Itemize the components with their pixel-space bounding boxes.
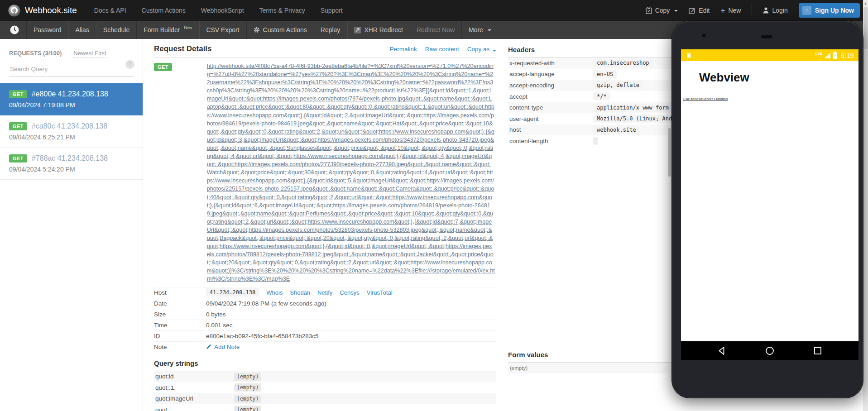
size-row: Size 0 bytes: [154, 309, 496, 320]
top-navbar: Webhook.site Docs & API Custom Actions W…: [0, 0, 868, 21]
nav-link-support[interactable]: Support: [321, 7, 343, 14]
xhr-redirect-button[interactable]: XHR Redirect: [347, 21, 410, 39]
add-note-button[interactable]: Add Note: [206, 344, 240, 350]
search-help-icon[interactable]: ?: [125, 60, 134, 69]
nav-link-webhookscript[interactable]: WebhookScript: [201, 7, 244, 14]
nav-link-terms-privacy[interactable]: Terms & Privacy: [259, 7, 305, 14]
copy-as-menu[interactable]: Copy as: [467, 46, 496, 53]
csv-export-button[interactable]: CSV Export: [199, 21, 246, 39]
user-icon: [763, 7, 769, 14]
netify-link[interactable]: Netify: [317, 289, 332, 296]
brand-link[interactable]: Webhook.site: [8, 5, 77, 17]
browser-scrollbar-thumb[interactable]: [863, 7, 868, 49]
copy-menu-label: Copy: [655, 7, 670, 14]
date-value: 09/04/2024 7:19:08 PM (a few seconds ago…: [206, 300, 326, 307]
header-value: webhook.site: [593, 126, 640, 134]
header-value: Mozilla/5.0 (Linux; Andr: [593, 115, 679, 123]
login-button[interactable]: Login: [763, 7, 787, 14]
header-value-empty: [593, 137, 598, 145]
earpiece-speaker: [761, 35, 772, 38]
signal-strength-icon: [825, 53, 830, 58]
request-date: 09/04/2024 7:19:08 PM: [9, 101, 134, 109]
more-menu-button[interactable]: More: [462, 21, 498, 39]
header-key: accept: [508, 93, 593, 100]
clipboard-icon: [646, 7, 652, 14]
browser-scrollbar[interactable]: ▲: [863, 0, 868, 411]
request-url-link[interactable]: http://webhook.site/4f08c75a-a478-4f6f-9…: [207, 62, 495, 283]
header-value: gzip, deflate: [593, 81, 643, 89]
request-list-item[interactable]: GET #ca80c 41.234.208.138 09/04/2024 6:2…: [0, 115, 143, 148]
query-key: quot;imageUrl: [154, 395, 234, 402]
form-builder-button[interactable]: Form Builder New: [137, 21, 199, 39]
home-button-icon[interactable]: [765, 346, 775, 356]
permalink-link[interactable]: Permalink: [390, 46, 417, 53]
time-value: 0.001 sec: [206, 322, 233, 329]
chevron-down-icon: [488, 29, 491, 31]
custom-actions-button[interactable]: Custom Actions: [247, 21, 314, 39]
send-to-server-link[interactable]: Call sendToServer Function: [683, 97, 728, 101]
search-row: [9, 62, 134, 77]
query-value: (empty): [234, 406, 261, 411]
network-type-label: LTE: [815, 52, 822, 56]
query-value: (empty): [234, 395, 261, 403]
chevron-down-icon: [493, 50, 496, 52]
external-arrow-icon: [354, 27, 361, 33]
host-ip-value: 41.234.208.138: [206, 288, 259, 296]
request-meta-table: Host 41.234.208.138 Whois Shodan Netify …: [154, 287, 496, 352]
more-label: More: [469, 26, 483, 33]
request-url-row: GET http://webhook.site/4f08c75a-a478-4f…: [154, 58, 496, 283]
censys-link[interactable]: Censys: [340, 289, 359, 296]
field-label: ID: [154, 333, 206, 339]
form-builder-label: Form Builder: [144, 26, 180, 33]
sort-toggle[interactable]: Newest First: [73, 50, 106, 58]
password-button[interactable]: Password: [27, 21, 68, 39]
gear-icon: [254, 27, 260, 33]
request-list-item[interactable]: GET #e800e 41.234.208.138 09/04/2024 7:1…: [0, 83, 143, 115]
copy-menu-button[interactable]: Copy: [646, 7, 678, 14]
search-input[interactable]: [9, 65, 112, 73]
nav-link-docs-api[interactable]: Docs & API: [94, 7, 126, 14]
schedule-button[interactable]: Schedule: [96, 21, 136, 39]
alias-button[interactable]: Alias: [68, 21, 96, 39]
timer-button[interactable]: [3, 21, 26, 39]
host-row: Host 41.234.208.138 Whois Shodan Netify …: [154, 287, 496, 298]
statusbar-right-cluster: LTE 6:19: [815, 52, 854, 59]
request-list: GET #e800e 41.234.208.138 09/04/2024 7:1…: [0, 83, 143, 180]
request-actions: Permalink Raw content Copy as: [390, 46, 496, 53]
shodan-link[interactable]: Shodan: [290, 289, 310, 296]
raw-content-link[interactable]: Raw content: [425, 46, 459, 53]
webview-app-title: Webview: [699, 71, 858, 85]
sign-up-now-button[interactable]: ↑ Sign Up Now: [799, 3, 860, 18]
battery-charging-icon: [833, 52, 837, 59]
virustotal-link[interactable]: VirusTotal: [367, 289, 393, 296]
header-key: host: [508, 126, 593, 133]
new-label: New: [728, 7, 741, 14]
redirect-now-button[interactable]: Redirect Now: [410, 21, 461, 39]
size-value: 0 bytes: [206, 311, 226, 318]
xhr-redirect-label: XHR Redirect: [364, 26, 403, 33]
new-url-button[interactable]: + New: [720, 7, 741, 14]
id-row: ID e800e1ac-b092-45fc-bfa4-658473b283c5: [154, 330, 496, 341]
plus-icon: +: [720, 7, 725, 14]
header-key: accept-encoding: [508, 82, 593, 89]
android-robot-icon: [686, 52, 692, 59]
nav-link-custom-actions[interactable]: Custom Actions: [142, 7, 186, 14]
scroll-up-arrow-icon[interactable]: ▲: [863, 0, 868, 6]
whois-link[interactable]: Whois: [266, 289, 283, 296]
recents-button-icon[interactable]: [813, 346, 823, 356]
edit-button[interactable]: Edit: [689, 7, 710, 14]
request-list-item[interactable]: GET #788ac 41.234.208.138 09/04/2024 5:2…: [0, 148, 143, 180]
login-label: Login: [772, 7, 787, 14]
panel-scrollbar-thumb[interactable]: [668, 128, 671, 177]
query-strings-table: quot;id (empty) quot;:1, (empty) quot;im…: [154, 371, 496, 411]
edit-label: Edit: [699, 7, 710, 14]
method-badge: GET: [154, 63, 172, 71]
requests-count-label: REQUESTS (3/100): [9, 50, 62, 57]
replay-button[interactable]: Replay: [314, 21, 347, 39]
request-date: 09/04/2024 6:25:21 PM: [9, 134, 134, 141]
back-button-icon[interactable]: [717, 346, 727, 356]
query-string-row: quot;id (empty): [154, 371, 496, 382]
header-key: accept-language: [508, 71, 593, 77]
method-badge: GET: [9, 154, 27, 162]
header-key: user-agent: [508, 115, 593, 122]
